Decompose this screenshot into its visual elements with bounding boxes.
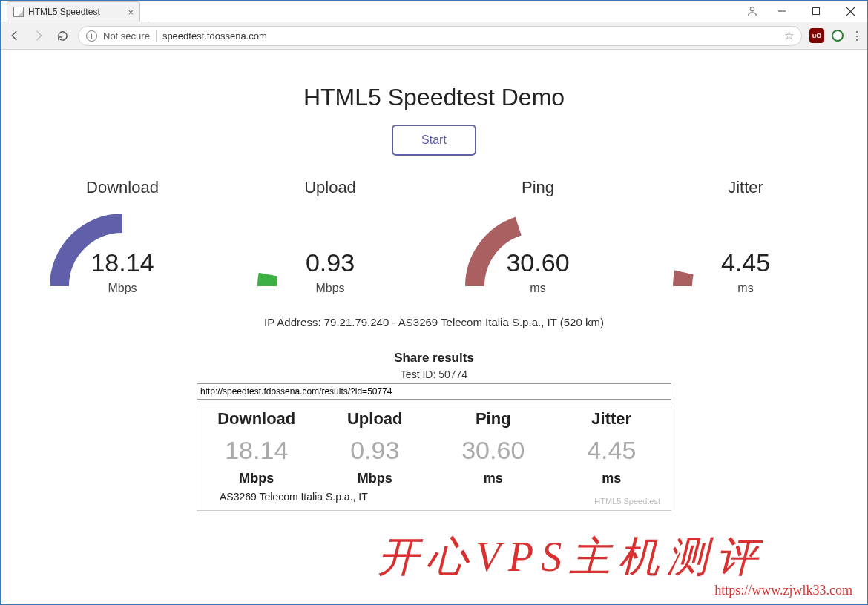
url-text: speedtest.fdossena.com [162, 30, 778, 42]
reload-button[interactable] [54, 27, 70, 44]
share-block: Share results Test ID: 50774 Download 18… [1, 351, 867, 511]
share-url-input[interactable] [197, 383, 671, 400]
maximize-button[interactable] [799, 1, 833, 22]
gauge-value: 30.60 [456, 248, 619, 277]
ip-address-line: IP Address: 79.21.79.240 - AS3269 Teleco… [1, 316, 867, 328]
svg-rect-2 [813, 8, 820, 15]
gauge-download: Download 18.14 Mbps [30, 178, 215, 294]
tab-title: HTML5 Speedtest [28, 7, 100, 17]
minimize-button[interactable] [765, 1, 799, 22]
gauge-label: Ping [522, 178, 554, 197]
gauge-ping: Ping 30.60 ms [445, 178, 631, 294]
test-id: Test ID: 50774 [1, 368, 867, 380]
result-col-download: Download 18.14 Mbps [197, 409, 316, 486]
close-button[interactable] [833, 1, 867, 22]
separator [156, 30, 157, 42]
gauge-upload: Upload 0.93 Mbps [237, 178, 423, 294]
info-icon[interactable]: i [86, 30, 97, 42]
address-bar[interactable]: i Not secure speedtest.fdossena.com ☆ [78, 26, 802, 46]
result-col-jitter: Jitter 4.45 ms [553, 409, 671, 486]
result-unit: Mbps [197, 471, 316, 486]
gauge-meter: 18.14 Mbps [41, 205, 204, 294]
gauge-meter: 30.60 ms [456, 205, 619, 294]
gauge-value: 4.45 [664, 248, 827, 277]
browser-tab[interactable]: HTML5 Speedtest × [7, 1, 140, 22]
extension-icon[interactable] [832, 30, 844, 42]
page-title: HTML5 Speedtest Demo [1, 84, 867, 111]
bookmark-star-icon[interactable]: ☆ [784, 29, 794, 42]
result-col-ping: Ping 30.60 ms [434, 409, 553, 486]
result-heading: Ping [434, 409, 553, 429]
result-value: 18.14 [197, 436, 316, 465]
gauge-unit: ms [664, 282, 827, 295]
gauge-meter: 4.45 ms [664, 205, 827, 294]
result-unit: Mbps [316, 471, 435, 486]
gauge-unit: Mbps [41, 282, 204, 295]
tab-strip: HTML5 Speedtest × [1, 1, 149, 22]
gauge-label: Upload [304, 178, 356, 197]
ublock-extension-icon[interactable]: uO [809, 28, 824, 43]
result-unit: ms [434, 471, 553, 486]
page-icon [13, 7, 24, 17]
page-viewport[interactable]: HTML5 Speedtest Demo Start Download 18.1… [1, 70, 867, 604]
share-title: Share results [1, 351, 867, 366]
gauge-value: 18.14 [41, 248, 204, 277]
profile-icon[interactable] [740, 5, 765, 17]
gauge-meter: 0.93 Mbps [249, 205, 412, 294]
gauge-jitter: Jitter 4.45 ms [653, 178, 838, 294]
close-tab-icon[interactable]: × [128, 7, 134, 18]
result-value: 30.60 [434, 436, 553, 465]
result-card: Download 18.14 Mbps Upload 0.93 Mbps Pin… [197, 406, 671, 511]
gauge-value: 0.93 [249, 248, 412, 277]
result-heading: Download [197, 409, 316, 429]
result-heading: Upload [316, 409, 435, 429]
back-button[interactable] [7, 27, 23, 44]
gauge-unit: ms [456, 282, 619, 295]
result-col-upload: Upload 0.93 Mbps [316, 409, 435, 486]
result-unit: ms [553, 471, 671, 486]
gauge-unit: Mbps [249, 282, 412, 295]
gauges-row: Download 18.14 Mbps Upload 0.93 Mbps Pin… [1, 178, 867, 294]
gauge-label: Download [86, 178, 159, 197]
result-value: 0.93 [316, 436, 435, 465]
security-label: Not secure [103, 30, 150, 42]
browser-toolbar: i Not secure speedtest.fdossena.com ☆ uO… [1, 22, 867, 50]
svg-point-0 [750, 7, 754, 11]
page-content: HTML5 Speedtest Demo Start Download 18.1… [1, 70, 867, 585]
result-value: 4.45 [553, 436, 671, 465]
gauge-label: Jitter [728, 178, 763, 197]
menu-button[interactable]: ⋮ [851, 29, 861, 43]
result-brand: HTML5 Speedtest [594, 497, 660, 506]
forward-button[interactable] [30, 27, 47, 44]
start-button[interactable]: Start [392, 125, 476, 156]
result-heading: Jitter [553, 409, 671, 429]
